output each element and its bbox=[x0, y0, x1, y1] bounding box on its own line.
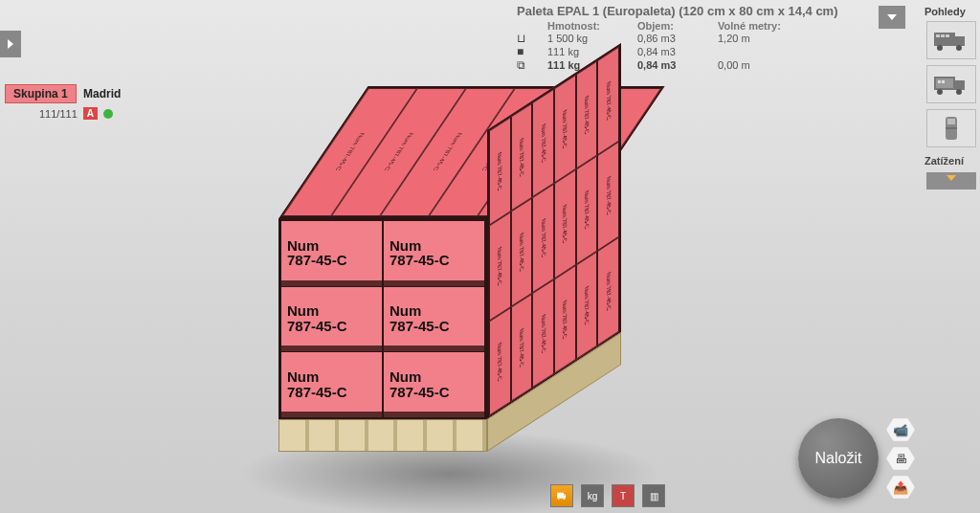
share-icon: 📤 bbox=[893, 480, 908, 495]
box-front: Num787-45-C bbox=[383, 286, 485, 352]
chevron-down-icon bbox=[886, 11, 898, 23]
capacity-icon: ⊔ bbox=[517, 32, 544, 45]
pallet-front-face: Num787-45-C Num787-45-C Num787-45-C Num7… bbox=[278, 218, 487, 419]
load-indicator[interactable] bbox=[926, 172, 976, 190]
svg-rect-15 bbox=[947, 119, 955, 124]
svg-point-9 bbox=[937, 89, 943, 95]
col-volume: Objem: bbox=[637, 20, 714, 32]
box-front: Num787-45-C bbox=[383, 220, 485, 286]
tool-weight-button[interactable]: kg bbox=[581, 484, 604, 507]
group-count: 111/111 bbox=[39, 108, 78, 120]
svg-rect-8 bbox=[955, 80, 965, 90]
group-city: Madrid bbox=[83, 87, 121, 100]
svg-rect-12 bbox=[938, 80, 941, 83]
total-icon: ⧉ bbox=[517, 58, 544, 72]
panel-collapse-toggle[interactable] bbox=[0, 31, 21, 57]
svg-point-10 bbox=[956, 89, 962, 95]
view-truck-side-button[interactable] bbox=[926, 21, 976, 59]
truck-top-icon bbox=[932, 115, 970, 142]
col-weight: Hmotnost: bbox=[547, 20, 634, 32]
group-chip[interactable]: Skupina 1 bbox=[5, 84, 77, 103]
svg-point-2 bbox=[937, 45, 943, 51]
tool-forklift-button[interactable]: ⛟ bbox=[550, 484, 573, 507]
box-front: Num787-45-C bbox=[280, 286, 383, 352]
chevron-right-icon bbox=[6, 39, 15, 49]
info-dropdown-button[interactable] bbox=[879, 6, 905, 29]
view-top-button[interactable] bbox=[926, 109, 976, 147]
box-front: Num787-45-C bbox=[280, 220, 383, 286]
print-icon: 🖶 bbox=[895, 452, 907, 466]
truck-side-icon bbox=[932, 27, 970, 54]
svg-point-3 bbox=[956, 45, 962, 51]
share-button[interactable]: 📤 bbox=[886, 475, 915, 500]
bottom-toolbar: ⛟ kg T ▥ bbox=[550, 484, 665, 507]
capacity-volume: 0,86 m3 bbox=[637, 33, 714, 44]
print-button[interactable]: 🖶 bbox=[886, 446, 915, 471]
total-volume: 0,84 m3 bbox=[637, 59, 714, 71]
group-summary: Skupina 1 Madrid 111/111 A bbox=[5, 84, 121, 120]
item-volume: 0,84 m3 bbox=[637, 46, 714, 57]
item-icon: ■ bbox=[517, 45, 544, 58]
right-sidebar: Pohledy Zatížení bbox=[923, 0, 980, 513]
svg-rect-6 bbox=[946, 34, 949, 37]
pallet-base-front bbox=[278, 419, 487, 452]
pallet-info-panel: Paleta EPAL 1 (Europaleta) (120 cm x 80 … bbox=[517, 4, 871, 72]
box-front: Num787-45-C bbox=[280, 351, 383, 417]
load-label: Zatížení bbox=[923, 155, 964, 167]
pallet-3d-view[interactable]: Num 787-45-CNum 787-45-CNum 787-45-CNum … bbox=[268, 86, 670, 469]
group-badge[interactable]: A bbox=[83, 107, 98, 120]
status-dot-icon bbox=[103, 109, 113, 119]
camera-button[interactable]: 📹 bbox=[886, 417, 915, 442]
tool-text-button[interactable]: T bbox=[612, 484, 635, 507]
views-label: Pohledy bbox=[923, 6, 966, 17]
load-action-button[interactable]: Naložit bbox=[798, 418, 879, 499]
view-truck-rear-button[interactable] bbox=[926, 65, 976, 103]
svg-rect-4 bbox=[936, 34, 940, 37]
svg-rect-1 bbox=[955, 36, 965, 46]
svg-rect-5 bbox=[941, 34, 945, 37]
capacity-free: 1,20 m bbox=[718, 33, 804, 44]
total-free: 0,00 m bbox=[718, 59, 804, 71]
svg-rect-13 bbox=[942, 80, 945, 83]
action-cluster: Naložit 📹 🖶 📤 bbox=[798, 417, 915, 500]
col-free: Volné metry: bbox=[718, 20, 804, 32]
truck-rear-icon bbox=[932, 71, 970, 98]
pallet-title: Paleta EPAL 1 (Europaleta) (120 cm x 80 … bbox=[517, 4, 871, 18]
camera-icon: 📹 bbox=[893, 423, 908, 437]
tool-grid-button[interactable]: ▥ bbox=[642, 484, 665, 507]
box-front: Num787-45-C bbox=[383, 351, 485, 417]
